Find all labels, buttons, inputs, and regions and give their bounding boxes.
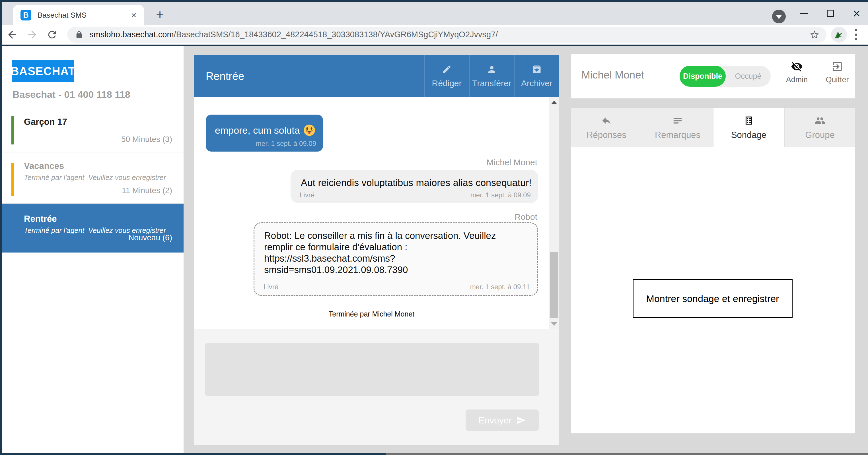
- status-busy-option[interactable]: Occupé: [726, 66, 771, 87]
- action-label: Transférer: [472, 78, 511, 88]
- tab-close-icon[interactable]: ×: [131, 10, 136, 20]
- action-label: Rédiger: [432, 78, 462, 88]
- window-close-button[interactable]: ×: [844, 2, 868, 25]
- minimize-icon: [800, 13, 808, 14]
- reload-icon: [46, 29, 58, 40]
- transfer-button[interactable]: Transférer: [469, 55, 514, 97]
- account-label: Basechat - 01 400 118 118: [12, 89, 130, 100]
- archive-button[interactable]: Archiver: [514, 55, 559, 97]
- tab-label: Réponses: [587, 130, 626, 140]
- notes-icon: [672, 115, 683, 126]
- eye-off-icon: [791, 61, 803, 72]
- tab-groupe[interactable]: Groupe: [784, 108, 855, 147]
- tab-reponses[interactable]: Réponses: [571, 108, 642, 147]
- browser-avatar[interactable]: [831, 27, 847, 43]
- person-icon: [487, 64, 497, 74]
- incoming-message: Aut reiciendis voluptatibus maiores alia…: [290, 170, 538, 203]
- tab-label: Remarques: [655, 130, 701, 140]
- sidebar: BASECHAT Basechat - 01 400 118 118 Garço…: [2, 46, 184, 453]
- show-survey-button[interactable]: Montrer sondage et enregistrer: [633, 279, 793, 318]
- agent-panel: Michel Monet Disponible Occupé Admin Qui…: [571, 54, 855, 433]
- lock-icon: [75, 31, 83, 39]
- conversation-item-rentree-selected[interactable]: Rentrée Terminé par l'agent Veuillez vou…: [2, 204, 184, 253]
- chat-scrollbar[interactable]: [549, 97, 559, 329]
- conversation-title: Vacances: [24, 161, 64, 171]
- agent-name: Michel Monet: [581, 69, 644, 81]
- message-time: mer. 1 sept. à 09.09: [470, 191, 531, 199]
- robot-message: Robot: Le conseiller a mis fin à la conv…: [254, 222, 538, 296]
- tab-sondage-active[interactable]: Sondage: [713, 108, 784, 147]
- message-text: Aut reiciendis voluptatibus maiores alia…: [301, 177, 532, 188]
- new-tab-button[interactable]: +: [156, 7, 164, 23]
- outgoing-message: empore, cum soluta mer. 1 sept. à 09.09: [206, 115, 323, 152]
- message-list: empore, cum soluta mer. 1 sept. à 09.09 …: [194, 97, 559, 329]
- basechat-favicon: B: [21, 10, 31, 21]
- reload-button[interactable]: [42, 29, 62, 40]
- origami-avatar-icon: [833, 28, 845, 41]
- survey-list-icon: [743, 115, 754, 126]
- message-sender: Robot: [515, 212, 537, 222]
- message-input[interactable]: [205, 343, 539, 396]
- chat-title: Rentrée: [206, 70, 424, 83]
- scroll-down-icon[interactable]: [549, 319, 559, 329]
- availability-toggle[interactable]: Disponible Occupé: [680, 66, 771, 87]
- send-button[interactable]: Envoyer: [466, 410, 539, 431]
- message-time: mer. 1 sept. à 09.11: [470, 283, 530, 291]
- agent-header: Michel Monet Disponible Occupé Admin Qui…: [571, 54, 855, 98]
- chat-header: Rentrée Rédiger Transférer Archiver: [194, 55, 559, 97]
- send-icon: [516, 416, 526, 425]
- chat-actions: Rédiger Transférer Archiver: [424, 55, 559, 97]
- browser-menu-button[interactable]: [852, 29, 860, 40]
- status-available-option[interactable]: Disponible: [680, 66, 726, 87]
- chat-panel: Rentrée Rédiger Transférer Archiver empo…: [194, 55, 559, 445]
- page-background: BASECHAT Basechat - 01 400 118 118 Garço…: [2, 46, 868, 453]
- forward-button[interactable]: [22, 29, 42, 41]
- forward-icon: [26, 29, 38, 41]
- conversation-title: Garçon 17: [24, 117, 67, 127]
- tab-title: Basechat SMS: [37, 11, 131, 20]
- browser-tab[interactable]: B Basechat SMS ×: [13, 5, 144, 25]
- window-minimize-button[interactable]: [792, 2, 817, 25]
- maximize-icon: [827, 10, 834, 17]
- action-label: Archiver: [521, 78, 552, 88]
- browser-profile-badge[interactable]: [772, 10, 786, 23]
- back-button[interactable]: [2, 29, 22, 41]
- scrollbar-thumb[interactable]: [550, 252, 558, 318]
- browser-toolbar: smsloho.basechat.com/BasechatSMS/16_1843…: [2, 25, 868, 45]
- status-accent-bar: [11, 163, 14, 196]
- conversation-list: Garçon 17 50 Minutes (3) Vacances Termin…: [2, 108, 184, 253]
- send-label: Envoyer: [478, 415, 512, 426]
- agent-tabs: Réponses Remarques Sondage Groupe: [571, 108, 855, 147]
- quit-button[interactable]: Quitter: [822, 61, 853, 84]
- conversation-item-vacances[interactable]: Vacances Terminé par l'agent Veuillez vo…: [2, 153, 184, 204]
- window-maximize-button[interactable]: [818, 2, 843, 25]
- sondage-tab-content: Montrer sondage et enregistrer: [571, 147, 855, 433]
- pencil-icon: [442, 64, 452, 74]
- conversation-title: Rentrée: [24, 214, 57, 224]
- message-composer: Envoyer: [194, 329, 559, 445]
- conversation-meta: 50 Minutes (3): [121, 135, 172, 144]
- message-time: mer. 1 sept. à 09.09: [256, 140, 316, 148]
- conversation-ended-note: Terminée par Michel Monet: [194, 310, 549, 318]
- back-icon: [6, 29, 18, 41]
- status-accent-bar: [11, 116, 14, 144]
- conversation-meta: 11 Minutes (2): [122, 186, 172, 195]
- scroll-up-icon[interactable]: [549, 97, 559, 107]
- compose-button[interactable]: Rédiger: [424, 55, 469, 97]
- archive-icon: [532, 64, 542, 74]
- conversation-item-garcon-17[interactable]: Garçon 17 50 Minutes (3): [2, 108, 184, 153]
- conversation-subtitle: Terminé par l'agent Veuillez vous enregi…: [24, 173, 166, 182]
- reply-icon: [601, 115, 612, 126]
- conversation-meta: Nouveau (6): [128, 233, 172, 242]
- message-status: Livré: [300, 191, 314, 199]
- message-text: empore, cum soluta: [215, 125, 300, 136]
- admin-label: Admin: [786, 75, 808, 84]
- browser-titlebar: B Basechat SMS × + ×: [2, 2, 868, 25]
- basechat-logo: BASECHAT: [12, 60, 74, 82]
- admin-button[interactable]: Admin: [781, 61, 812, 84]
- exit-icon: [831, 61, 843, 72]
- bookmark-star-icon[interactable]: [809, 30, 819, 40]
- url-bar[interactable]: smsloho.basechat.com/BasechatSMS/16_1843…: [67, 27, 827, 43]
- quit-label: Quitter: [826, 75, 849, 84]
- tab-remarques[interactable]: Remarques: [642, 108, 713, 147]
